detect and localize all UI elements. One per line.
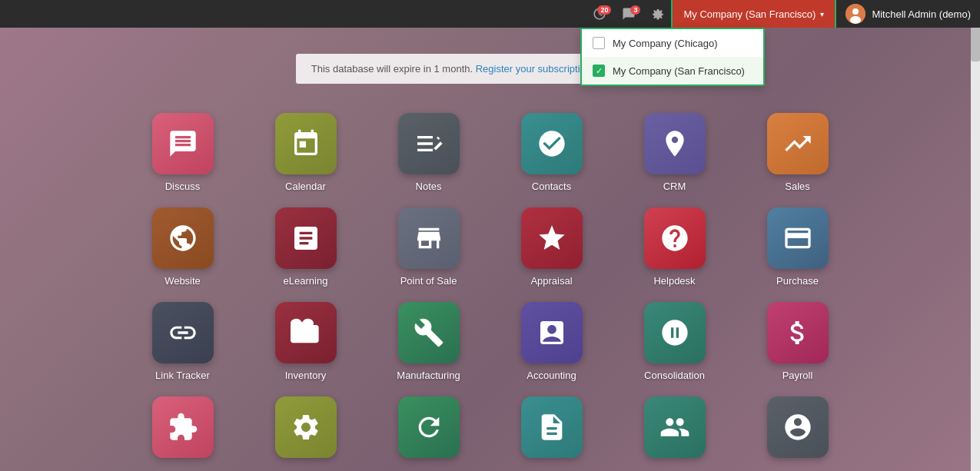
calendar-icon (275, 113, 337, 174)
company-selector-button[interactable]: My Company (San Francisco) ▾ (671, 0, 836, 28)
website-label: Website (164, 275, 201, 287)
people-icon (644, 396, 706, 458)
website-icon (152, 207, 214, 269)
app-people[interactable] (625, 396, 725, 464)
app-inventory[interactable]: Inventory (256, 302, 356, 381)
app-contacts[interactable]: Contacts (502, 113, 602, 192)
notes-icon (398, 113, 460, 174)
app-linktracker[interactable]: Link Tracker (133, 302, 233, 381)
app-helpdesk[interactable]: Helpdesk (625, 207, 725, 287)
linktracker-label: Link Tracker (155, 370, 210, 381)
helpdesk-label: Helpdesk (653, 275, 695, 287)
app-grid-container: Discuss Calendar Notes Contacts CRM (0, 105, 980, 471)
chicago-label: My Company (Chicago) (613, 38, 718, 49)
app-puzzle[interactable] (133, 396, 233, 464)
user-menu-button[interactable]: Mitchell Admin (demo) (836, 0, 980, 28)
avatar (845, 4, 865, 24)
helpdesk-icon (644, 207, 706, 269)
app-discuss[interactable]: Discuss (133, 113, 233, 192)
messages-badge: 3 (630, 5, 640, 15)
crm-icon (644, 113, 706, 174)
elearning-label: eLearning (284, 275, 328, 287)
company-option-sf[interactable]: ✓ My Company (San Francisco) (582, 57, 763, 85)
app-crm[interactable]: CRM (625, 113, 725, 192)
app-calendar[interactable]: Calendar (256, 113, 356, 192)
app-accounting[interactable]: Accounting (502, 302, 602, 381)
calendar-label: Calendar (285, 181, 326, 192)
purchase-label: Purchase (776, 275, 819, 287)
app-sales[interactable]: Sales (748, 113, 848, 192)
accounting-icon (521, 302, 583, 363)
app-elearning[interactable]: eLearning (256, 207, 356, 287)
activity-badge: 20 (597, 5, 611, 15)
puzzle-icon (152, 396, 214, 458)
consolidation-icon (644, 302, 706, 363)
topbar-icons: 20 3 (586, 4, 671, 24)
app-notes[interactable]: Notes (379, 113, 479, 192)
discuss-label: Discuss (165, 181, 201, 192)
payroll-icon (767, 302, 829, 363)
sales-label: Sales (785, 181, 810, 192)
consolidation-label: Consolidation (644, 370, 705, 381)
inventory-icon (275, 302, 337, 363)
svg-point-2 (850, 16, 861, 24)
app-doc[interactable] (502, 396, 602, 464)
person-icon (767, 396, 829, 458)
refresh-icon (398, 396, 460, 458)
contacts-label: Contacts (532, 181, 571, 192)
purchase-icon (767, 207, 829, 269)
chicago-checkbox[interactable] (593, 37, 605, 49)
contacts-icon (521, 113, 583, 174)
activity-button[interactable]: 20 (586, 4, 613, 24)
sf-checkbox[interactable]: ✓ (593, 65, 605, 77)
company-dropdown: My Company (Chicago) ✓ My Company (San F… (580, 28, 765, 86)
company-option-chicago[interactable]: My Company (Chicago) (582, 29, 763, 57)
app-grid: Discuss Calendar Notes Contacts CRM (61, 113, 919, 464)
crm-label: CRM (663, 181, 686, 192)
sf-label: My Company (San Francisco) (613, 65, 745, 77)
user-label: Mitchell Admin (demo) (872, 8, 971, 20)
elearning-icon (275, 207, 337, 269)
doc-icon (521, 396, 583, 458)
app-consolidation[interactable]: Consolidation (625, 302, 725, 381)
sales-icon (767, 113, 829, 174)
accounting-label: Accounting (527, 370, 576, 381)
app-website[interactable]: Website (133, 207, 233, 287)
svg-point-1 (852, 8, 859, 15)
register-link[interactable]: Register your subscription (476, 63, 591, 75)
app-refresh[interactable] (379, 396, 479, 464)
notes-label: Notes (416, 181, 442, 192)
messages-button[interactable]: 3 (616, 4, 642, 24)
settings2-icon (275, 396, 337, 458)
app-pos[interactable]: Point of Sale (379, 207, 479, 287)
pos-icon (398, 207, 460, 269)
alert-text: This database will expire in 1 month. (311, 63, 476, 75)
app-person[interactable] (748, 396, 848, 464)
pos-label: Point of Sale (400, 275, 457, 287)
manufacturing-label: Manufacturing (397, 370, 460, 381)
manufacturing-icon (398, 302, 460, 363)
company-label: My Company (San Francisco) (683, 8, 816, 20)
inventory-label: Inventory (285, 370, 326, 381)
settings-button[interactable] (645, 4, 671, 24)
app-purchase[interactable]: Purchase (748, 207, 848, 287)
discuss-icon (152, 113, 214, 174)
appraisal-label: Appraisal (530, 275, 572, 287)
linktracker-icon (152, 302, 214, 363)
dropdown-arrow-icon: ▾ (820, 10, 824, 18)
app-appraisal[interactable]: Appraisal (502, 207, 602, 287)
appraisal-icon (521, 207, 583, 269)
topbar: 20 3 My Company (San Francisco) ▾ (0, 0, 980, 28)
app-manufacturing[interactable]: Manufacturing (379, 302, 479, 381)
scrollbar-track[interactable] (971, 0, 980, 471)
app-settings[interactable] (256, 396, 356, 464)
app-payroll[interactable]: Payroll (748, 302, 848, 381)
payroll-label: Payroll (782, 370, 813, 381)
